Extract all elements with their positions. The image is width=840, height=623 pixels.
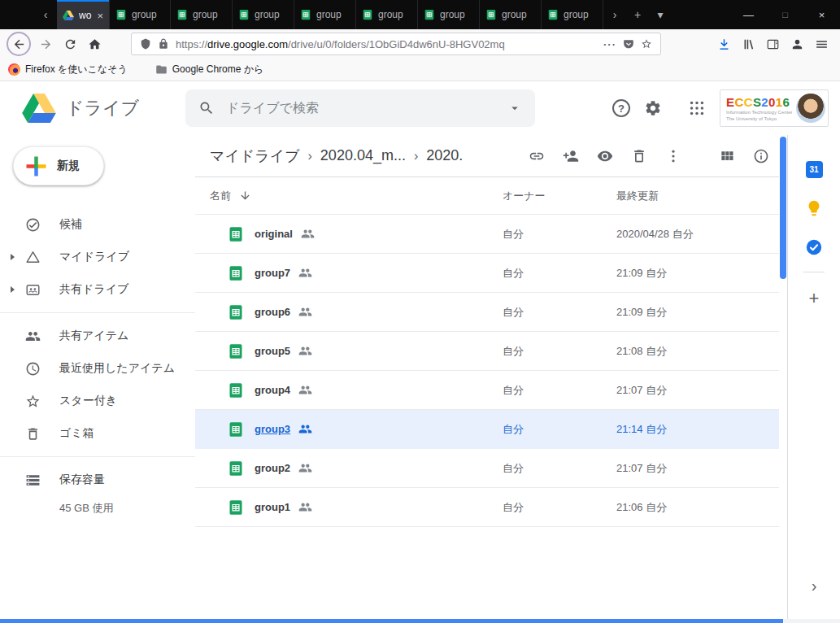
sidebar-item-shared-drive[interactable]: 共有ドライブ [0,273,195,306]
forward-button[interactable] [33,32,58,56]
page-actions-button[interactable]: ··· [603,38,616,50]
browser-tab[interactable]: group [542,0,603,29]
new-button[interactable]: 新規 [13,146,104,185]
trash-icon[interactable] [623,140,655,172]
header-actions: ? ECCS2016 Information Technology Center… [612,89,840,127]
file-name[interactable]: group5 [255,345,290,357]
library-button[interactable] [736,32,760,56]
file-row[interactable]: group7自分21:09 自分 [195,254,779,293]
back-button[interactable] [7,32,31,56]
sidebar-item-my-drive[interactable]: マイドライブ [0,241,195,273]
tab-close-icon[interactable]: × [97,10,103,22]
tab-scroll-right-button[interactable]: › [603,0,626,29]
help-button[interactable]: ? [612,99,630,117]
expand-caret-icon[interactable] [11,286,15,293]
file-row[interactable]: group5自分21:08 自分 [195,332,779,371]
add-addon-button[interactable]: + [798,282,830,315]
column-header-name[interactable]: 名前 [195,189,503,203]
file-name[interactable]: group4 [255,384,290,396]
browser-tab[interactable]: group [171,0,233,29]
vertical-scrollbar[interactable] [780,137,786,621]
column-header-owner[interactable]: オーナー [503,189,616,203]
get-link-icon[interactable] [520,140,553,172]
sidebar-toggle-button[interactable] [760,32,785,56]
sheets-file-icon [228,265,244,281]
url-bar[interactable]: https://drive.google.com/drive/u/0/folde… [131,33,661,55]
file-row[interactable]: group4自分21:07 自分 [195,371,779,410]
breadcrumb-item[interactable]: 2020.04_m... [320,147,406,164]
preview-eye-icon[interactable] [589,140,621,172]
browser-tab[interactable]: group [294,0,356,29]
browser-tab[interactable]: group [109,0,171,29]
file-name[interactable]: group6 [255,306,290,318]
drive-header: ドライブ ? ECCS2016 Information Technology C… [0,81,840,135]
scrollbar-thumb[interactable] [780,137,786,279]
search-icon[interactable] [198,100,215,116]
browser-tab[interactable]: group [233,0,294,29]
google-apps-grid-icon[interactable] [687,98,707,118]
drive-logo-area[interactable]: ドライブ [0,94,185,123]
pocket-icon[interactable] [623,38,634,50]
column-header-modified[interactable]: 最終更新 [616,189,779,203]
file-name[interactable]: original [255,228,293,240]
breadcrumb-item[interactable]: マイドライブ [210,146,300,166]
file-row[interactable]: group6自分21:09 自分 [195,293,779,332]
expand-caret-icon[interactable] [11,254,15,260]
sidebar-item-people[interactable]: 共有アイテム [0,320,195,352]
tab-label: group [378,9,411,20]
sidebar-item-trash[interactable]: ゴミ箱 [0,417,195,450]
search-bar[interactable] [185,89,535,127]
maximize-button[interactable]: □ [767,0,803,29]
file-owner: 自分 [503,461,616,476]
all-tabs-button[interactable]: ▾ [649,0,672,29]
sidebar-item-clock[interactable]: 最近使用したアイテム [0,352,195,385]
sidebar-item-check-circle[interactable]: 候補 [0,208,195,241]
file-name[interactable]: group2 [255,462,290,474]
bookmark-star-icon[interactable] [641,38,652,50]
account-button[interactable] [785,32,809,56]
tracking-shield-icon[interactable] [140,38,151,50]
breadcrumb-item[interactable]: 2020. [426,147,463,164]
menu-button[interactable] [809,32,833,56]
drive-logo-icon [22,94,56,123]
settings-gear-icon[interactable] [643,98,663,118]
close-button[interactable]: × [803,0,840,29]
browser-tab[interactable]: group [356,0,418,29]
tab-scroll-left-button[interactable]: ‹ [34,0,57,29]
file-row[interactable]: group2自分21:07 自分 [195,449,779,488]
home-button[interactable] [82,32,107,56]
calendar-icon[interactable]: 31 [798,153,830,185]
sidebar-item-star[interactable]: スター付き [0,385,195,417]
share-person-add-icon[interactable] [555,140,587,172]
reload-button[interactable] [58,32,82,56]
file-name[interactable]: group7 [255,267,290,279]
bookmark-item[interactable]: Firefox を使いこなそう [8,63,128,76]
grid-view-icon[interactable] [711,140,743,172]
horizontal-scrollbar[interactable] [0,619,840,623]
scrollbar-thumb[interactable] [0,619,783,623]
active-tab[interactable]: wo × [57,0,109,29]
file-row[interactable]: group3自分21:14 自分 [195,410,779,449]
account-card[interactable]: ECCS2016 Information Technology Center T… [720,89,829,127]
minimize-button[interactable]: — [730,0,767,29]
sort-arrow-down-icon[interactable] [239,190,251,202]
browser-tab[interactable]: group [418,0,480,29]
new-tab-button[interactable]: + [626,0,649,29]
file-row[interactable]: original自分2020/04/28 自分 [195,215,779,254]
file-name[interactable]: group3 [255,423,290,435]
keep-icon[interactable] [798,192,830,224]
avatar[interactable] [796,94,825,123]
downloads-button[interactable] [712,32,736,56]
tasks-icon[interactable] [798,231,830,264]
sidebar-item-storage[interactable]: 保存容量 [0,464,195,496]
search-input[interactable] [226,101,496,115]
bookmark-item[interactable]: Google Chrome から [155,63,264,76]
info-icon[interactable] [745,140,777,172]
file-row[interactable]: group1自分21:06 自分 [195,488,779,527]
more-actions-icon[interactable] [657,140,690,172]
collapse-panel-icon[interactable]: › [788,577,840,595]
browser-tab[interactable]: group [480,0,542,29]
divider [0,312,195,313]
file-name[interactable]: group1 [255,501,290,513]
search-options-caret-icon[interactable] [507,101,522,115]
